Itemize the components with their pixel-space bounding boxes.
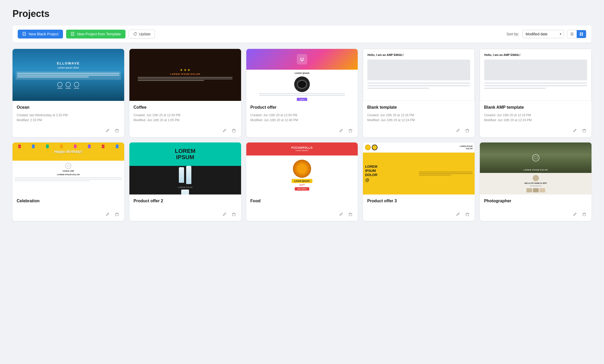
delete-button[interactable] [464, 212, 470, 218]
phot-hello-text: HELLO MY NAME IS JEFF [524, 182, 547, 184]
edit-button[interactable] [338, 128, 344, 134]
ocean-line-3 [17, 76, 89, 77]
cel-inner-circle [67, 165, 70, 167]
delete-button[interactable] [114, 128, 120, 134]
svg-rect-42 [116, 213, 118, 216]
svg-text:U: U [300, 57, 304, 62]
card-modified: Modified: Jun 10th 20 at 12:40 PM [250, 118, 354, 123]
cel-flag [60, 145, 63, 148]
card-body: Celebration [12, 194, 124, 210]
new-blank-project-button[interactable]: New Blank Project [18, 30, 63, 38]
delete-button[interactable] [347, 128, 354, 134]
card-actions [246, 126, 358, 137]
cel-banner: Happy Birthday! [12, 142, 124, 161]
edit-icon [456, 212, 460, 216]
svg-rect-8 [570, 33, 574, 33]
edit-button[interactable] [104, 128, 111, 134]
edit-button[interactable] [572, 212, 578, 218]
card-actions [12, 126, 124, 137]
ocean-icon-circle-3 [74, 82, 79, 87]
svg-rect-9 [570, 34, 574, 34]
food-tagline-text: Lorem Ipsum! [296, 149, 309, 152]
project-card: LOREM IPSUM DOLOR HELLO MY NAME IS JEFF … [480, 142, 592, 221]
card-body: Ocean Created: last Wednesday at 2:20 PM… [12, 101, 124, 126]
list-view-button[interactable] [567, 30, 577, 38]
p3-circles [365, 145, 378, 150]
edit-button[interactable] [338, 212, 344, 218]
edit-button[interactable] [455, 212, 461, 218]
phot-camera-icon [532, 154, 539, 161]
ocean-line-2 [17, 75, 119, 76]
phot-thumb-3 [539, 188, 545, 192]
p3-circle-gold [365, 145, 371, 150]
grid-icon [579, 32, 583, 36]
phot-thumbnails [526, 188, 545, 192]
projects-grid-row1: ELLOWAVE Lorem ipsum dolor [12, 49, 592, 137]
ujido-logo: U [297, 54, 307, 64]
project-card: Happy Birthday! KASILE LINE LOREM IPSUM … [12, 142, 124, 221]
svg-rect-11 [580, 32, 581, 34]
p2-title-text: LOREMIPSUM [175, 148, 195, 160]
blank-amp-line-2 [484, 85, 587, 86]
p2-footer-text: LOREM IPSUM [178, 186, 192, 188]
card-title: Blank template [367, 105, 470, 110]
update-button[interactable]: Update [129, 30, 155, 38]
p2-bottle-small [181, 190, 189, 194]
card-title: Coffee [134, 105, 237, 110]
page-title: Projects [12, 8, 592, 19]
coffee-line-3 [138, 80, 204, 81]
cel-flag [88, 145, 91, 148]
food-price-text: $19⁰⁰ [299, 184, 304, 186]
view-toggle [567, 30, 586, 38]
cel-line-1 [15, 177, 122, 178]
edit-button[interactable] [221, 212, 228, 218]
blank-amp-email-text: Hello, I am an AMP EMAIL! [367, 53, 404, 56]
phot-thumb-2 [533, 188, 539, 192]
delete-button[interactable] [464, 128, 470, 134]
delete-button[interactable] [231, 128, 237, 134]
cel-subtitle-text: KASILE LINE [63, 170, 74, 172]
edit-button[interactable] [455, 128, 461, 134]
p3-main-text: LOREMIPSUMDOLOR [365, 165, 377, 177]
edit-button[interactable] [221, 128, 228, 134]
new-template-project-button[interactable]: New Project from Template [66, 30, 125, 38]
phot-name-text: LOREM IPSUM DOLOR [480, 169, 592, 171]
trash-icon [582, 212, 586, 216]
po-header: U [246, 49, 358, 70]
edit-icon [573, 212, 577, 216]
p3-text-section: LOREMIPSUMDOLOR @ [365, 165, 377, 183]
card-title: Celebration [17, 199, 120, 203]
p2-bottle-left [179, 167, 184, 183]
svg-rect-57 [466, 213, 469, 216]
card-thumbnail-product-offer: U Lorem ipsum Lorem Specifications [246, 49, 358, 101]
card-actions [246, 210, 358, 221]
card-body: Food [246, 194, 358, 210]
delete-button[interactable] [347, 212, 354, 218]
delete-button[interactable] [581, 212, 587, 218]
po-btn: Lorem [297, 98, 307, 101]
edit-button[interactable] [572, 128, 578, 134]
card-title: Product offer 2 [134, 199, 237, 203]
grid-view-button[interactable] [577, 30, 586, 38]
card-thumbnail-blank-amp: Hello, I am an AMP EMAIL! [480, 49, 592, 101]
blank-image-placeholder [367, 60, 470, 80]
p3-line-3 [419, 175, 451, 176]
food-header: PIZZAN∇OLLO Lorem Ipsum! [246, 142, 358, 155]
card-meta: Created: Jun 10th 20 at 12:16 PM Modifie… [484, 113, 587, 123]
ocean-text-block [16, 71, 121, 80]
card-body: Product offer 2 [129, 194, 241, 210]
coffee-line-1 [138, 77, 232, 78]
cel-lorem-text: LOREM IPSUM DOLOR [57, 173, 80, 176]
card-title: Photographer [484, 199, 587, 203]
p2-footer: LOREM IPSUM [129, 184, 241, 194]
sort-select[interactable]: Modified date Created date Name [522, 30, 564, 38]
cel-flag [46, 145, 49, 148]
toolbar-right: Sort by: Modified date Created date Name… [507, 30, 586, 38]
edit-button[interactable] [104, 212, 111, 218]
delete-button[interactable] [231, 212, 237, 218]
edit-icon [105, 128, 110, 133]
delete-button[interactable] [581, 128, 587, 134]
delete-button[interactable] [114, 212, 120, 218]
ocean-icon-2 [66, 82, 71, 89]
coffee-line-2 [138, 79, 232, 79]
